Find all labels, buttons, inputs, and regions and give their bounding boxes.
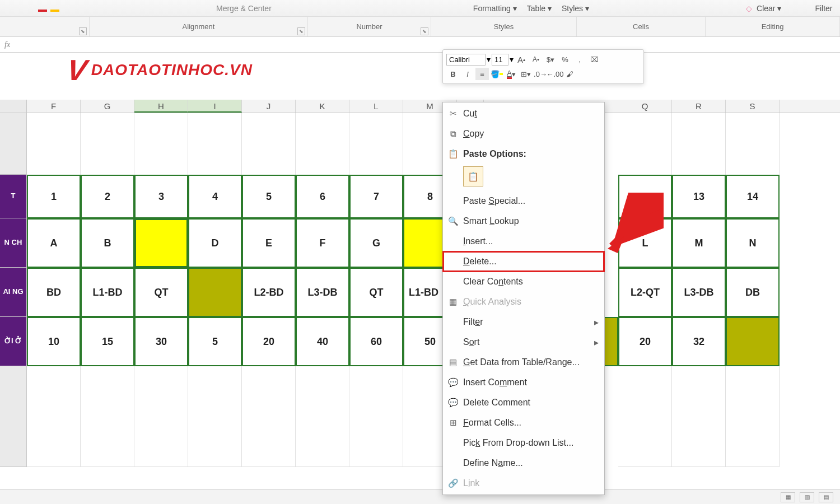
italic-button[interactable]: I [461,68,474,80]
cell[interactable]: QT [349,268,403,317]
cell[interactable]: G [349,218,403,268]
decrease-font-icon[interactable]: A▾ [529,53,543,66]
context-menu-define-name[interactable]: Define Name... [443,453,604,473]
column-header-I[interactable]: I [188,100,242,113]
column-header-K[interactable]: K [296,100,349,113]
cell[interactable]: 7 [349,175,403,218]
conditional-formatting-button[interactable]: Formatting ▾ [473,4,517,13]
decrease-decimal-icon[interactable]: .0→ [534,68,547,80]
cell[interactable]: L2-QT [618,268,672,317]
font-size-select[interactable] [492,54,508,66]
spreadsheet-grid[interactable]: T 1 2 3 4 5 6 7 8 12 13 14 N CH A B D E … [0,113,840,467]
cell[interactable]: L2-BD [242,268,296,317]
cell[interactable]: D [188,218,242,268]
font-color-icon[interactable]: A▾ [505,68,518,80]
context-menu-paste-special[interactable]: Paste Special... [443,191,604,211]
cell[interactable]: F [296,218,349,268]
cell[interactable]: A [27,218,81,268]
column-header-J[interactable]: J [242,100,296,113]
cell[interactable]: 32 [672,317,726,366]
row-header-3[interactable]: AI NG [0,268,27,317]
bold-button[interactable]: B [446,68,460,80]
cell[interactable]: DB [726,268,780,317]
clear-button[interactable]: Clear ▾ [757,4,781,13]
cell[interactable]: 12 [618,175,672,218]
cell[interactable]: 15 [81,317,134,366]
cell[interactable]: 14 [726,175,780,218]
cell[interactable]: L3-DB [672,268,726,317]
view-pagelayout-icon[interactable]: ▥ [800,492,814,502]
borders-icon[interactable]: ⊞▾ [519,68,533,80]
fill-color-icon[interactable]: 🪣 [490,68,503,80]
context-menu-get-data[interactable]: ▤ Get Data from Table/Range... [443,352,604,372]
merge-center-button[interactable]: Merge & Center [216,4,272,13]
cell[interactable]: 10 [27,317,81,366]
cell[interactable]: 20 [242,317,296,366]
cell[interactable]: 2 [81,175,134,218]
cell[interactable]: 1 [27,175,81,218]
align-center-icon[interactable]: ≡ [475,68,489,80]
context-menu-delete[interactable]: Delete... [443,251,604,272]
fx-icon[interactable]: fx [4,40,10,49]
cell-selected[interactable] [134,218,188,268]
cell[interactable]: N [726,218,780,268]
context-menu-insert-comment[interactable]: 💬 Insert Comment [443,372,604,393]
increase-decimal-icon[interactable]: ←.00 [548,68,562,80]
cell[interactable]: L [618,218,672,268]
cell[interactable]: 5 [242,175,296,218]
column-header-L[interactable]: L [349,100,403,113]
context-menu-delete-comment[interactable]: 💬 Delete Comment [443,393,604,413]
column-header-H[interactable]: H [134,100,188,113]
context-menu-pick-list[interactable]: Pick From Drop-down List... [443,433,604,453]
cell[interactable] [726,317,780,366]
view-pagebreak-icon[interactable]: ▤ [819,492,833,502]
column-header-G[interactable]: G [81,100,134,113]
filter-button[interactable]: Filter [815,4,832,13]
context-menu-clear-contents[interactable]: Clear Contents [443,272,604,292]
cell[interactable]: 6 [296,175,349,218]
cell[interactable]: E [242,218,296,268]
row-header-1[interactable]: T [0,175,27,218]
font-family-select[interactable] [446,54,486,66]
row-header-4[interactable]: ỜI Ở [0,317,27,366]
accounting-format-icon[interactable]: $▾ [544,53,557,66]
cell[interactable]: 5 [188,317,242,366]
view-normal-icon[interactable]: ▦ [781,492,795,502]
cell[interactable]: L1-BD [81,268,134,317]
column-header-Q[interactable]: Q [618,100,672,113]
context-menu-copy[interactable]: ⧉ Copy [443,124,604,144]
comma-format-icon[interactable]: , [573,53,586,66]
context-menu-cut[interactable]: ✂ Cut [443,104,604,124]
cell[interactable]: L3-DB [296,268,349,317]
format-painter-icon[interactable]: ⌧ [587,53,601,66]
context-menu-insert[interactable]: Insert... [443,231,604,251]
increase-font-icon[interactable]: A▴ [515,53,528,66]
dialog-launcher-icon[interactable]: ⬊ [79,27,87,35]
format-table-button[interactable]: Table ▾ [527,4,552,13]
cell[interactable]: QT [134,268,188,317]
context-menu-filter[interactable]: Filter▸ [443,312,604,332]
cell[interactable]: 13 [672,175,726,218]
cell[interactable]: BD [27,268,81,317]
cell[interactable]: B [81,218,134,268]
cell[interactable]: 60 [349,317,403,366]
context-menu-sort[interactable]: Sort▸ [443,332,604,352]
format-painter-brush-icon[interactable]: 🖌 [563,68,576,80]
cell[interactable]: 3 [134,175,188,218]
cell[interactable]: M [672,218,726,268]
row-header-2[interactable]: N CH [0,218,27,268]
column-header-F[interactable]: F [27,100,81,113]
dialog-launcher-icon[interactable]: ⬊ [297,27,305,35]
cell[interactable] [188,268,242,317]
cell[interactable]: 40 [296,317,349,366]
cell[interactable]: 20 [618,317,672,366]
paste-default-icon[interactable]: 📋 [463,166,483,186]
column-header-S[interactable]: S [726,100,780,113]
cell[interactable]: 4 [188,175,242,218]
formula-bar[interactable]: fx [0,37,840,53]
cell[interactable]: 30 [134,317,188,366]
cell-styles-button[interactable]: Styles ▾ [562,4,589,13]
context-menu-format-cells[interactable]: ⊞ Format Cells... [443,413,604,433]
dialog-launcher-icon[interactable]: ⬊ [421,27,428,35]
percent-format-icon[interactable]: % [558,53,572,66]
